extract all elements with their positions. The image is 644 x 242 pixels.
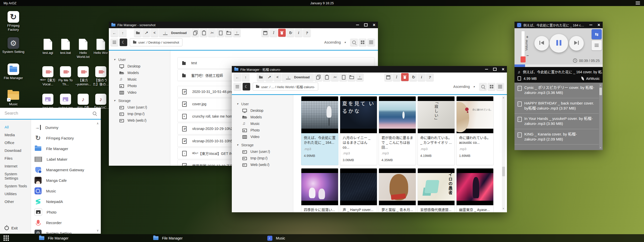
category-item[interactable]: Files [0,154,31,162]
search-button[interactable] [479,83,487,90]
volume-slider[interactable] [522,31,525,60]
new-folder-button[interactable] [348,73,355,81]
scrollbar-thumb[interactable] [502,167,505,176]
volume-up-button[interactable]: + [526,35,528,39]
sidebar-section-header[interactable]: Storage [237,142,293,148]
path-bar[interactable]: user: / ... / Hello World / 柘榴-zakuro- [253,83,318,91]
next-track-button[interactable] [569,36,584,51]
category-item[interactable]: Media [0,131,31,139]
sidebar-item[interactable]: Desktop [114,63,170,70]
delete-button[interactable] [278,29,286,37]
desktop-file[interactable]: test.agi [39,38,57,65]
close-button[interactable]: × [373,23,375,26]
playlist-item[interactable]: In Your Hands _ yusukeP cover. by 柘榴-zak… [514,114,599,129]
back-button[interactable] [111,29,118,37]
grid-view-button[interactable] [488,83,495,90]
up-button[interactable] [119,29,126,37]
open-new-button[interactable] [265,73,273,81]
desktop-file[interactable]: Hello World.txt [74,38,92,65]
sidebar-item[interactable]: tmp (tmp:/) [237,155,293,161]
path-bar[interactable]: user: / Desktop / screenshot [130,38,182,46]
sort-order-select[interactable]: Ascending [321,39,349,46]
sidebar-item[interactable]: Photo [114,83,170,89]
app-item[interactable]: Music [35,186,101,196]
new-folder-button[interactable] [225,29,232,37]
scroll-down-icon[interactable]: ∨ [96,229,99,232]
sidebar-section-header[interactable]: User [237,100,293,107]
desktop-file[interactable]: 【憶のうた】後の... [92,65,110,93]
close-button[interactable]: × [502,68,504,71]
info-button[interactable] [418,73,425,81]
desktop-shortcut[interactable]: File Manager [2,63,25,90]
refresh-button[interactable] [409,73,417,81]
category-item[interactable]: System Settings [0,170,31,182]
playlist-menu-button[interactable] [592,40,602,50]
close-button[interactable]: × [597,23,600,26]
scrollbar[interactable] [599,84,602,149]
minimize-button[interactable] [485,69,488,70]
open-new-button[interactable] [142,29,150,37]
previous-track-button[interactable] [534,36,549,51]
scrollbar[interactable] [502,96,505,210]
sidebar-item[interactable]: User (user:/) [237,148,293,155]
category-item[interactable]: System Tools [0,182,31,190]
file-card[interactable]: 夢と葉桜 _ 青木月... [379,168,416,212]
back-button[interactable] [234,73,241,81]
search-input[interactable] [4,111,93,116]
open-button[interactable] [134,29,142,37]
file-card[interactable]: 例えば、今此処に置かれた花に _ 164... .mp3 4.99MB [301,96,338,165]
sidebar-item[interactable]: Web (web:/) [114,117,170,124]
category-item[interactable]: Download [0,147,31,154]
sidebar-item[interactable]: Video [237,133,293,140]
window-titlebar[interactable]: File Manager - 柘榴-zakuro- × [232,66,507,73]
rename-button[interactable] [270,29,277,37]
app-item[interactable]: NotepadA [35,196,101,207]
cut-button[interactable] [208,29,216,37]
file-card[interactable]: 四季折々に揺蕩い... [301,168,338,212]
copy-button[interactable] [314,73,322,81]
playlist-item[interactable]: KING _ Kanaria cover. by 柘榴-zakuro-.mp3 … [514,129,599,145]
category-item[interactable]: All [0,123,31,131]
sidebar-item[interactable]: User (user:/) [114,104,170,111]
refresh-button[interactable] [286,29,294,37]
file-card[interactable]: 夏を見て いるかな 八月のレイニー _ はるまきごはん co... .mp3 3… [340,96,377,165]
system-brand[interactable]: My ArOZ [4,1,16,5]
upload-button[interactable] [356,73,364,81]
file-card[interactable]: イロの愚者 妄想感傷代償連盟... [417,168,455,212]
sidebar-item[interactable]: Models [237,114,293,120]
help-button[interactable] [426,73,434,81]
app-item[interactable]: Label Maker [35,154,101,164]
menu-icon[interactable] [636,3,640,3]
list-view-button[interactable] [367,39,375,46]
list-view-button[interactable] [496,83,504,90]
sidebar-item[interactable]: Models [114,70,170,76]
dark-mode-toggle[interactable] [243,83,250,90]
download-button[interactable]: Download [282,73,314,81]
category-item[interactable]: Other [0,198,31,205]
sidebar-section-header[interactable]: User [114,56,170,63]
sidebar-item[interactable]: Web (web:/) [237,161,293,168]
app-item[interactable]: Dummy [35,122,101,133]
sidebar-item[interactable]: Music [114,76,170,83]
open-button[interactable] [257,73,265,81]
file-card[interactable]: 命に嫌われている。 命に嫌われている。acoustic co... .mp3 1… [456,96,494,165]
app-item[interactable]: System Setting [35,228,101,234]
sidebar-item[interactable]: Desktop [237,107,293,114]
download-button[interactable]: Download [159,29,191,37]
exit-button[interactable]: Exit [5,226,18,230]
category-item[interactable]: Utilities [0,190,31,198]
delete-button[interactable] [401,73,409,81]
taskbar-entry[interactable]: Music [267,236,381,241]
desktop-file[interactable]: Fly Me To Th... [57,65,74,93]
window-titlebar[interactable]: File Manager - screenshot × [109,22,378,28]
desktop-shortcut[interactable]: System Setting [2,37,25,63]
desktop-file[interactable]: ᴴᴰ⁶⁰【東方Vocal... [39,65,57,93]
paste-button[interactable] [200,29,207,37]
dark-mode-toggle[interactable] [120,39,127,46]
hamburger-menu-button[interactable] [234,83,241,90]
file-card[interactable]: 「寂しい」 命に嫌われている。 _ カンザキイオリ ... .mp3 4.19M… [417,96,455,165]
app-grid-button[interactable] [4,235,9,241]
new-file-button[interactable] [339,73,347,81]
progress-bar[interactable] [514,64,603,67]
info-button[interactable] [295,29,302,37]
